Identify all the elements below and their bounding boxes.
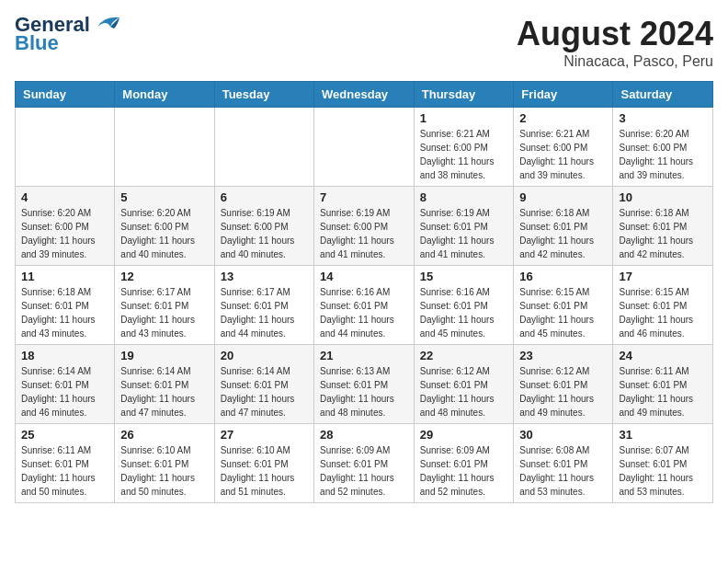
day-number: 28 <box>320 428 408 442</box>
calendar-cell: 14Sunrise: 6:16 AMSunset: 6:01 PMDayligh… <box>314 266 415 345</box>
day-info: Sunrise: 6:17 AMSunset: 6:01 PMDaylight:… <box>120 285 208 340</box>
calendar-cell: 21Sunrise: 6:13 AMSunset: 6:01 PMDayligh… <box>314 345 415 424</box>
day-info: Sunrise: 6:20 AMSunset: 6:00 PMDaylight:… <box>619 127 707 182</box>
title-block: August 2024 Ninacaca, Pasco, Peru <box>517 15 713 70</box>
calendar-cell: 24Sunrise: 6:11 AMSunset: 6:01 PMDayligh… <box>613 345 713 424</box>
calendar-cell <box>314 108 415 187</box>
calendar-cell: 3Sunrise: 6:20 AMSunset: 6:00 PMDaylight… <box>613 108 713 187</box>
day-info: Sunrise: 6:11 AMSunset: 6:01 PMDaylight:… <box>619 364 707 419</box>
day-info: Sunrise: 6:15 AMSunset: 6:01 PMDaylight:… <box>519 285 607 340</box>
day-number: 5 <box>120 190 208 204</box>
day-number: 26 <box>120 428 208 442</box>
calendar-subtitle: Ninacaca, Pasco, Peru <box>517 53 713 70</box>
calendar-cell: 16Sunrise: 6:15 AMSunset: 6:01 PMDayligh… <box>514 266 613 345</box>
day-info: Sunrise: 6:10 AMSunset: 6:01 PMDaylight:… <box>221 443 308 499</box>
calendar-table: SundayMondayTuesdayWednesdayThursdayFrid… <box>15 81 713 503</box>
day-number: 27 <box>221 428 308 442</box>
day-number: 11 <box>21 270 108 283</box>
calendar-cell: 5Sunrise: 6:20 AMSunset: 6:00 PMDaylight… <box>115 187 214 266</box>
calendar-cell: 12Sunrise: 6:17 AMSunset: 6:01 PMDayligh… <box>115 266 214 345</box>
day-info: Sunrise: 6:07 AMSunset: 6:01 PMDaylight:… <box>619 443 707 499</box>
logo: General Blue <box>15 15 123 53</box>
day-info: Sunrise: 6:16 AMSunset: 6:01 PMDaylight:… <box>420 285 508 340</box>
day-number: 6 <box>221 190 308 204</box>
day-info: Sunrise: 6:19 AMSunset: 6:00 PMDaylight:… <box>221 206 308 261</box>
weekday-header-wednesday: Wednesday <box>314 82 415 108</box>
calendar-cell: 22Sunrise: 6:12 AMSunset: 6:01 PMDayligh… <box>414 345 514 424</box>
calendar-cell: 9Sunrise: 6:18 AMSunset: 6:01 PMDaylight… <box>514 187 613 266</box>
day-info: Sunrise: 6:21 AMSunset: 6:00 PMDaylight:… <box>519 127 607 182</box>
day-info: Sunrise: 6:14 AMSunset: 6:01 PMDaylight:… <box>221 364 308 419</box>
day-info: Sunrise: 6:12 AMSunset: 6:01 PMDaylight:… <box>420 364 508 419</box>
day-info: Sunrise: 6:17 AMSunset: 6:01 PMDaylight:… <box>221 285 308 340</box>
day-number: 29 <box>420 428 508 442</box>
calendar-cell: 11Sunrise: 6:18 AMSunset: 6:01 PMDayligh… <box>16 266 115 345</box>
calendar-cell: 25Sunrise: 6:11 AMSunset: 6:01 PMDayligh… <box>16 424 115 503</box>
calendar-cell: 29Sunrise: 6:09 AMSunset: 6:01 PMDayligh… <box>414 424 514 503</box>
day-number: 8 <box>420 190 508 204</box>
calendar-cell: 19Sunrise: 6:14 AMSunset: 6:01 PMDayligh… <box>115 345 214 424</box>
day-number: 20 <box>221 349 308 362</box>
day-info: Sunrise: 6:21 AMSunset: 6:00 PMDaylight:… <box>420 127 508 182</box>
calendar-cell: 10Sunrise: 6:18 AMSunset: 6:01 PMDayligh… <box>613 187 713 266</box>
day-number: 19 <box>120 349 208 362</box>
day-info: Sunrise: 6:12 AMSunset: 6:01 PMDaylight:… <box>519 364 607 419</box>
day-number: 1 <box>420 111 508 125</box>
day-number: 3 <box>619 111 707 125</box>
calendar-cell: 1Sunrise: 6:21 AMSunset: 6:00 PMDaylight… <box>414 108 514 187</box>
weekday-header-thursday: Thursday <box>414 82 514 108</box>
day-info: Sunrise: 6:14 AMSunset: 6:01 PMDaylight:… <box>21 364 108 419</box>
calendar-cell: 17Sunrise: 6:15 AMSunset: 6:01 PMDayligh… <box>613 266 713 345</box>
day-number: 12 <box>120 270 208 283</box>
calendar-week-row: 4Sunrise: 6:20 AMSunset: 6:00 PMDaylight… <box>16 187 713 266</box>
weekday-header-friday: Friday <box>514 82 613 108</box>
weekday-header-monday: Monday <box>115 82 214 108</box>
day-info: Sunrise: 6:18 AMSunset: 6:01 PMDaylight:… <box>21 285 108 340</box>
calendar-cell: 23Sunrise: 6:12 AMSunset: 6:01 PMDayligh… <box>514 345 613 424</box>
day-number: 31 <box>619 428 707 442</box>
day-number: 9 <box>519 190 607 204</box>
weekday-header-sunday: Sunday <box>16 82 115 108</box>
weekday-header-saturday: Saturday <box>613 82 713 108</box>
day-number: 22 <box>420 349 508 362</box>
day-number: 15 <box>420 270 508 283</box>
day-number: 2 <box>519 111 607 125</box>
calendar-cell <box>214 108 313 187</box>
page-header: General Blue August 2024 Ninacaca, Pasco… <box>15 15 713 70</box>
weekday-header-tuesday: Tuesday <box>214 82 313 108</box>
day-number: 18 <box>21 349 108 362</box>
calendar-header-row: SundayMondayTuesdayWednesdayThursdayFrid… <box>16 82 713 108</box>
calendar-cell: 15Sunrise: 6:16 AMSunset: 6:01 PMDayligh… <box>414 266 514 345</box>
day-info: Sunrise: 6:09 AMSunset: 6:01 PMDaylight:… <box>420 443 508 499</box>
calendar-cell: 20Sunrise: 6:14 AMSunset: 6:01 PMDayligh… <box>214 345 313 424</box>
day-info: Sunrise: 6:19 AMSunset: 6:00 PMDaylight:… <box>320 206 408 261</box>
day-info: Sunrise: 6:10 AMSunset: 6:01 PMDaylight:… <box>120 443 208 499</box>
day-number: 4 <box>21 190 108 204</box>
calendar-cell: 13Sunrise: 6:17 AMSunset: 6:01 PMDayligh… <box>214 266 313 345</box>
calendar-cell: 2Sunrise: 6:21 AMSunset: 6:00 PMDaylight… <box>514 108 613 187</box>
calendar-week-row: 25Sunrise: 6:11 AMSunset: 6:01 PMDayligh… <box>16 424 713 503</box>
calendar-cell: 6Sunrise: 6:19 AMSunset: 6:00 PMDaylight… <box>214 187 313 266</box>
day-number: 25 <box>21 428 108 442</box>
calendar-cell: 28Sunrise: 6:09 AMSunset: 6:01 PMDayligh… <box>314 424 415 503</box>
day-info: Sunrise: 6:18 AMSunset: 6:01 PMDaylight:… <box>619 206 707 261</box>
calendar-cell: 8Sunrise: 6:19 AMSunset: 6:01 PMDaylight… <box>414 187 514 266</box>
day-info: Sunrise: 6:11 AMSunset: 6:01 PMDaylight:… <box>21 443 108 499</box>
day-info: Sunrise: 6:13 AMSunset: 6:01 PMDaylight:… <box>320 364 408 419</box>
logo-bird-icon <box>94 14 123 34</box>
calendar-week-row: 1Sunrise: 6:21 AMSunset: 6:00 PMDaylight… <box>16 108 713 187</box>
day-info: Sunrise: 6:18 AMSunset: 6:01 PMDaylight:… <box>519 206 607 261</box>
calendar-cell: 18Sunrise: 6:14 AMSunset: 6:01 PMDayligh… <box>16 345 115 424</box>
day-info: Sunrise: 6:20 AMSunset: 6:00 PMDaylight:… <box>21 206 108 261</box>
calendar-cell <box>115 108 214 187</box>
calendar-week-row: 11Sunrise: 6:18 AMSunset: 6:01 PMDayligh… <box>16 266 713 345</box>
calendar-title: August 2024 <box>517 15 713 53</box>
day-number: 17 <box>619 270 707 283</box>
day-number: 13 <box>221 270 308 283</box>
day-info: Sunrise: 6:16 AMSunset: 6:01 PMDaylight:… <box>320 285 408 340</box>
day-number: 7 <box>320 190 408 204</box>
calendar-cell: 26Sunrise: 6:10 AMSunset: 6:01 PMDayligh… <box>115 424 214 503</box>
day-info: Sunrise: 6:19 AMSunset: 6:01 PMDaylight:… <box>420 206 508 261</box>
day-number: 23 <box>519 349 607 362</box>
logo-blue-text: Blue <box>15 33 59 53</box>
